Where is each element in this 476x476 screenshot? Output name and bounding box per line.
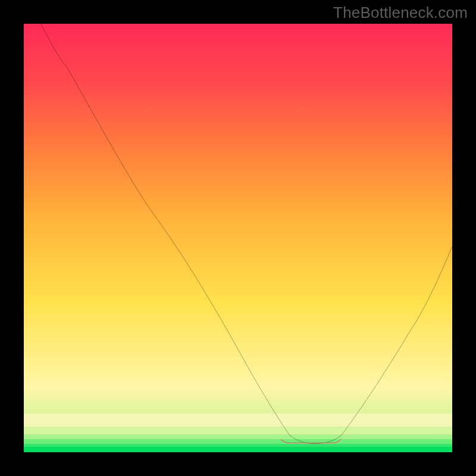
- optimal-flat-marker: [281, 439, 341, 443]
- bottleneck-curve: [41, 24, 452, 444]
- chart-frame: TheBottleneck.com: [0, 0, 476, 476]
- plot-area: [24, 24, 452, 452]
- curve-layer: [24, 24, 452, 452]
- watermark-text: TheBottleneck.com: [333, 4, 468, 22]
